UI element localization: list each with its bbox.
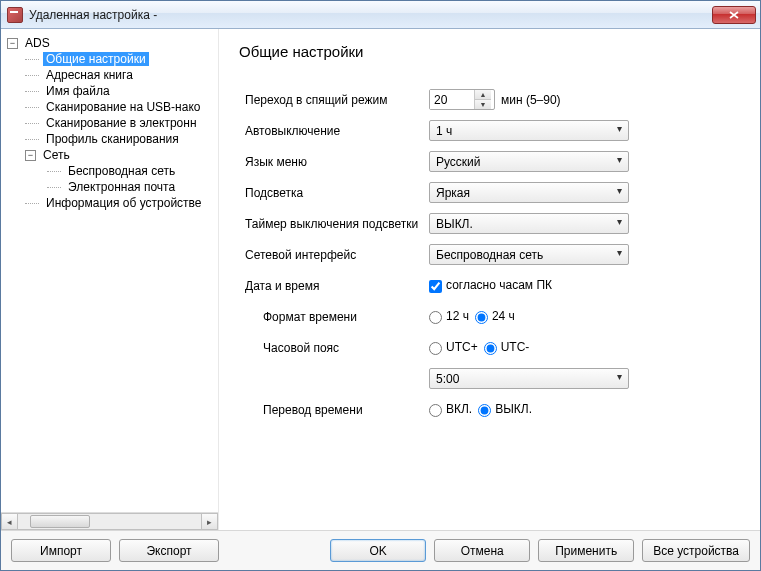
import-button[interactable]: Импорт <box>11 539 111 562</box>
timefmt-12-label: 12 ч <box>446 309 469 323</box>
tz-minus-radio[interactable] <box>484 342 497 355</box>
autooff-select[interactable]: 1 ч <box>429 120 629 141</box>
ok-button[interactable]: OK <box>330 539 426 562</box>
tree-item-label: Общие настройки <box>43 52 149 66</box>
page-title: Общие настройки <box>239 43 740 60</box>
dimtimer-select[interactable]: ВЫКЛ. <box>429 213 629 234</box>
dst-off-label: ВЫКЛ. <box>495 402 532 416</box>
close-button[interactable] <box>712 6 756 24</box>
spinner-arrows[interactable]: ▲▼ <box>474 90 491 109</box>
apply-button[interactable]: Применить <box>538 539 634 562</box>
tree-connector <box>25 59 39 60</box>
tree-connector <box>25 203 39 204</box>
tz-plus-radio[interactable] <box>429 342 442 355</box>
tree-item-label: Беспроводная сеть <box>65 164 178 178</box>
export-button[interactable]: Экспорт <box>119 539 219 562</box>
tree-item-label: Сканирование в электронн <box>43 116 200 130</box>
tree-item-label: Имя файла <box>43 84 113 98</box>
nav-tree: − ADS Общие настройкиАдресная книгаИмя ф… <box>1 33 218 512</box>
tree-item[interactable]: Беспроводная сеть <box>5 163 218 179</box>
tree-connector <box>47 171 61 172</box>
spinner-up-icon[interactable]: ▲ <box>475 90 491 100</box>
backlight-label: Подсветка <box>239 186 429 200</box>
tree-item-label: Сканирование на USB-нако <box>43 100 203 114</box>
tree-item-label: Профиль сканирования <box>43 132 182 146</box>
scroll-track[interactable] <box>18 513 201 530</box>
tree-network-label: Сеть <box>40 148 73 162</box>
timefmt-24-label: 24 ч <box>492 309 515 323</box>
tree-info-label: Информация об устройстве <box>43 196 205 210</box>
tz-plus-radio-wrap[interactable]: UTC+ <box>429 340 478 354</box>
tree-item[interactable]: Общие настройки <box>5 51 218 67</box>
tree-item[interactable]: Сканирование на USB-нако <box>5 99 218 115</box>
dst-on-radio[interactable] <box>429 404 442 417</box>
tree-connector <box>25 75 39 76</box>
cancel-button[interactable]: Отмена <box>434 539 530 562</box>
main-panel: Общие настройки Переход в спящий режим ▲… <box>219 29 760 530</box>
titlebar: Удаленная настройка - <box>1 1 760 29</box>
tree-connector <box>25 91 39 92</box>
dst-off-radio[interactable] <box>478 404 491 417</box>
tree-item-label: Электронная почта <box>65 180 178 194</box>
tree-item-label: Адресная книга <box>43 68 136 82</box>
dimtimer-label: Таймер выключения подсветки <box>239 217 429 231</box>
spinner-down-icon[interactable]: ▼ <box>475 100 491 109</box>
tree-root-label: ADS <box>22 36 53 50</box>
dst-on-label: ВКЛ. <box>446 402 472 416</box>
collapse-icon[interactable]: − <box>7 38 18 49</box>
dst-on-radio-wrap[interactable]: ВКЛ. <box>429 402 472 416</box>
pc-clock-label: согласно часам ПК <box>446 278 552 292</box>
backlight-select[interactable]: Яркая <box>429 182 629 203</box>
pc-clock-checkbox[interactable] <box>429 280 442 293</box>
scroll-thumb[interactable] <box>30 515 90 528</box>
dst-label: Перевод времени <box>239 403 429 417</box>
tree-item-info[interactable]: Информация об устройстве <box>5 195 218 211</box>
timefmt-24-radio-wrap[interactable]: 24 ч <box>475 309 515 323</box>
tz-minus-radio-wrap[interactable]: UTC- <box>484 340 530 354</box>
dst-off-radio-wrap[interactable]: ВЫКЛ. <box>478 402 532 416</box>
tree-connector <box>25 123 39 124</box>
footer: Импорт Экспорт OK Отмена Применить Все у… <box>1 530 760 570</box>
all-devices-button[interactable]: Все устройства <box>642 539 750 562</box>
timefmt-12-radio[interactable] <box>429 311 442 324</box>
netif-select[interactable]: Беспроводная сеть <box>429 244 629 265</box>
scroll-left-icon[interactable]: ◂ <box>1 513 18 530</box>
collapse-icon[interactable]: − <box>25 150 36 161</box>
tree-connector <box>25 139 39 140</box>
timefmt-12-radio-wrap[interactable]: 12 ч <box>429 309 469 323</box>
tz-minus-label: UTC- <box>501 340 530 354</box>
content-area: − ADS Общие настройкиАдресная книгаИмя ф… <box>1 29 760 530</box>
timefmt-label: Формат времени <box>239 310 429 324</box>
tree-item[interactable]: Адресная книга <box>5 67 218 83</box>
autooff-label: Автовыключение <box>239 124 429 138</box>
app-icon <box>7 7 23 23</box>
tree-node-network[interactable]: − Сеть <box>5 147 218 163</box>
tree-item[interactable]: Сканирование в электронн <box>5 115 218 131</box>
tz-offset-select[interactable]: 5:00 <box>429 368 629 389</box>
scroll-right-icon[interactable]: ▸ <box>201 513 218 530</box>
sleep-input[interactable] <box>430 90 474 109</box>
netif-label: Сетевой интерфейс <box>239 248 429 262</box>
window-title: Удаленная настройка - <box>29 8 712 22</box>
sidebar: − ADS Общие настройкиАдресная книгаИмя ф… <box>1 29 219 530</box>
lang-select[interactable]: Русский <box>429 151 629 172</box>
tree-connector <box>47 187 61 188</box>
tz-plus-label: UTC+ <box>446 340 478 354</box>
tree-root-ads[interactable]: − ADS <box>5 35 218 51</box>
lang-label: Язык меню <box>239 155 429 169</box>
tree-item[interactable]: Электронная почта <box>5 179 218 195</box>
tree-item[interactable]: Имя файла <box>5 83 218 99</box>
pc-clock-checkbox-wrap[interactable]: согласно часам ПК <box>429 278 552 292</box>
sidebar-hscrollbar[interactable]: ◂ ▸ <box>1 512 218 530</box>
tree-item[interactable]: Профиль сканирования <box>5 131 218 147</box>
tree-connector <box>25 107 39 108</box>
datetime-label: Дата и время <box>239 279 429 293</box>
sleep-label: Переход в спящий режим <box>239 93 429 107</box>
sleep-suffix: мин (5–90) <box>501 93 561 107</box>
timefmt-24-radio[interactable] <box>475 311 488 324</box>
tz-label: Часовой пояс <box>239 341 429 355</box>
sleep-spinner[interactable]: ▲▼ <box>429 89 495 110</box>
